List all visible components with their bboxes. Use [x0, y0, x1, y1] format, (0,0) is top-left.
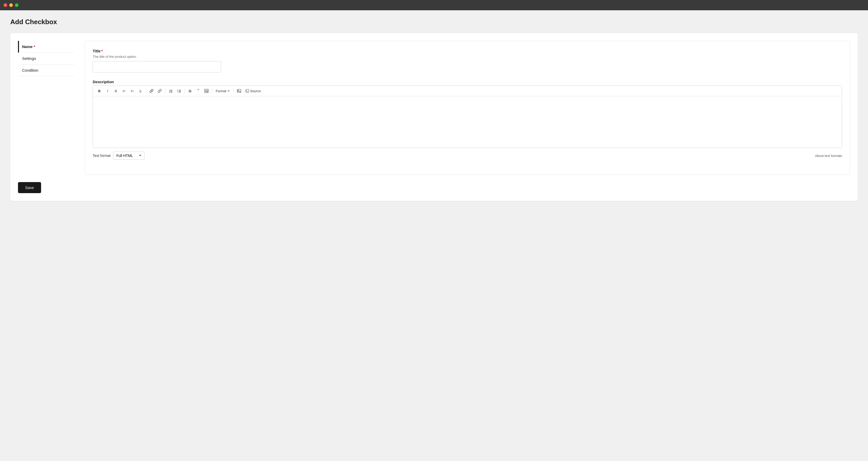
text-format-label: Text format: [93, 154, 111, 158]
ul-icon: [169, 89, 173, 93]
name-required-star: *: [34, 44, 35, 49]
italic-button[interactable]: I: [104, 87, 112, 94]
description-label: Description: [93, 80, 842, 84]
toolbar-sep-5: [234, 88, 234, 93]
sidebar-item-condition[interactable]: Condition: [18, 64, 74, 76]
sidebar-item-settings[interactable]: Settings: [18, 53, 74, 64]
page-title: Add Checkbox: [10, 18, 858, 26]
strikethrough-button[interactable]: S: [112, 87, 120, 94]
table-icon: [205, 89, 209, 93]
about-formats-link[interactable]: About text formats: [815, 154, 842, 158]
editor-wrapper: B I S x2 x2 Ix: [93, 86, 842, 148]
svg-rect-19: [246, 89, 249, 92]
image-button[interactable]: [235, 87, 243, 94]
dropdown-arrow-icon: [227, 90, 230, 92]
source-icon: [246, 89, 249, 93]
close-button[interactable]: [4, 3, 7, 7]
titlebar: [0, 0, 868, 10]
main-card: Name * Settings Condition Title *: [10, 33, 858, 201]
text-format-left: Text format Full HTMLBasic HTMLPlain tex…: [93, 152, 145, 160]
subscript-button[interactable]: x2: [128, 87, 136, 94]
editor-toolbar: B I S x2 x2 Ix: [93, 86, 842, 96]
toolbar-sep-3: [184, 88, 185, 93]
title-input[interactable]: [93, 61, 221, 72]
text-format-select[interactable]: Full HTMLBasic HTMLPlain text: [113, 152, 145, 160]
table-button[interactable]: [203, 87, 210, 94]
title-required-star: *: [101, 49, 103, 53]
toolbar-sep-2: [165, 88, 165, 93]
text-format-row: Text format Full HTMLBasic HTMLPlain tex…: [93, 152, 842, 160]
format-dropdown[interactable]: Format: [214, 88, 232, 94]
ol-icon: 1. 2. 3.: [177, 89, 181, 93]
form-panel: Title * The title of the product option.…: [85, 41, 850, 175]
ul-button[interactable]: [167, 87, 175, 94]
unlink-icon: [158, 89, 162, 93]
link-icon: [150, 89, 154, 93]
save-button[interactable]: Save: [18, 182, 41, 193]
svg-point-4: [169, 92, 170, 92]
toolbar-sep-1: [146, 88, 146, 93]
maximize-button[interactable]: [15, 3, 19, 7]
image-icon: [237, 89, 241, 93]
title-hint: The title of the product option.: [93, 55, 842, 59]
title-label: Title *: [93, 49, 842, 53]
svg-point-0: [169, 90, 170, 90]
special-char-button[interactable]: Ω: [186, 87, 194, 94]
bold-button[interactable]: B: [96, 87, 103, 94]
minimize-button[interactable]: [9, 3, 13, 7]
page-wrapper: Add Checkbox Name * Settings Condition: [0, 10, 868, 461]
sidebar: Name * Settings Condition: [18, 41, 74, 175]
blockquote-button[interactable]: ": [194, 87, 202, 94]
svg-rect-12: [205, 89, 208, 93]
description-field-group: Description B I S x2: [93, 80, 842, 160]
layout: Name * Settings Condition Title *: [18, 41, 850, 175]
superscript-button[interactable]: x2: [120, 87, 128, 94]
sidebar-item-name[interactable]: Name *: [18, 41, 74, 53]
title-field-group: Title * The title of the product option.: [93, 49, 842, 72]
unlink-button[interactable]: [156, 87, 163, 94]
svg-point-18: [238, 90, 239, 91]
source-button[interactable]: Source: [243, 88, 263, 94]
svg-point-2: [169, 91, 170, 91]
ol-button[interactable]: 1. 2. 3.: [175, 87, 183, 94]
clear-italic-button[interactable]: Ix: [136, 87, 144, 94]
editor-body[interactable]: [93, 96, 842, 148]
link-button[interactable]: [148, 87, 155, 94]
svg-text:3.: 3.: [177, 91, 178, 93]
toolbar-sep-4: [212, 88, 212, 93]
